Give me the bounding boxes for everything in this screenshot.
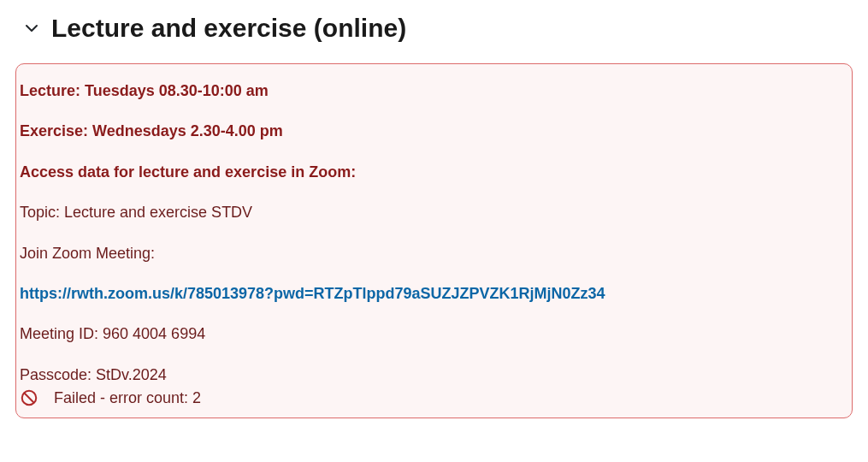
info-panel: Lecture: Tuesdays 08.30-10:00 am Exercis… — [15, 63, 853, 418]
ban-icon — [20, 388, 38, 407]
lecture-schedule: Lecture: Tuesdays 08.30-10:00 am — [20, 81, 848, 101]
meeting-id: Meeting ID: 960 4004 6994 — [20, 324, 848, 344]
join-label: Join Zoom Meeting: — [20, 244, 848, 264]
zoom-link[interactable]: https://rwth.zoom.us/k/785013978?pwd=RTZ… — [20, 285, 605, 302]
section-title: Lecture and exercise (online) — [51, 14, 406, 43]
topic-line: Topic: Lecture and exercise STDV — [20, 203, 848, 222]
svg-line-1 — [24, 393, 33, 402]
section-header: Lecture and exercise (online) — [14, 14, 854, 43]
chevron-down-icon[interactable] — [24, 21, 39, 36]
zoom-link-row: https://rwth.zoom.us/k/785013978?pwd=RTZ… — [20, 284, 848, 304]
exercise-schedule: Exercise: Wednesdays 2.30-4.00 pm — [20, 121, 848, 141]
status-text: Failed - error count: 2 — [54, 389, 201, 407]
access-data-heading: Access data for lecture and exercise in … — [20, 163, 848, 182]
status-row: Failed - error count: 2 — [20, 388, 848, 407]
passcode: Passcode: StDv.2024 — [20, 365, 848, 385]
